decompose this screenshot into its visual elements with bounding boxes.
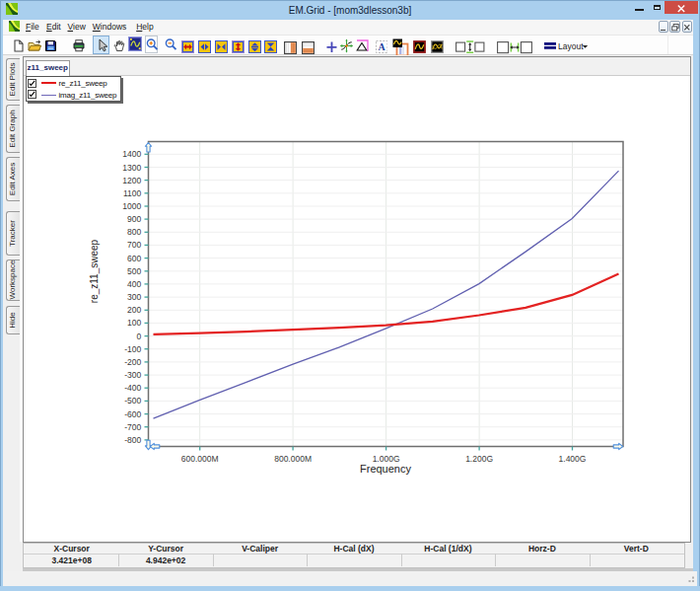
svg-text:-500: -500: [124, 396, 141, 406]
svg-text:-700: -700: [124, 422, 141, 432]
svg-text:0: 0: [136, 332, 141, 341]
svg-text:800: 800: [127, 227, 141, 237]
svg-text:-200: -200: [124, 357, 141, 367]
svg-text:200: 200: [127, 305, 141, 315]
svg-text:1300: 1300: [122, 163, 141, 173]
svg-text:800.000M: 800.000M: [274, 454, 312, 464]
svg-text:1.400G: 1.400G: [559, 454, 587, 464]
svg-text:300: 300: [127, 292, 141, 302]
svg-text:re_z11_sweep: re_z11_sweep: [89, 239, 100, 303]
svg-text:700: 700: [127, 240, 141, 250]
svg-text:-800: -800: [124, 435, 141, 445]
svg-text:900: 900: [127, 214, 141, 224]
svg-text:Frequency: Frequency: [360, 463, 411, 475]
svg-text:600: 600: [127, 254, 141, 263]
svg-text:1200: 1200: [122, 176, 141, 185]
svg-text:600.000M: 600.000M: [181, 454, 219, 464]
svg-text:500: 500: [127, 266, 141, 276]
svg-text:400: 400: [127, 279, 141, 289]
svg-text:1100: 1100: [123, 188, 142, 198]
svg-text:1.200G: 1.200G: [465, 454, 493, 464]
svg-text:-100: -100: [124, 344, 141, 354]
svg-text:-300: -300: [124, 370, 141, 380]
svg-text:-400: -400: [124, 383, 141, 393]
svg-text:100: 100: [127, 318, 141, 328]
svg-text:-600: -600: [124, 409, 141, 419]
svg-text:1000: 1000: [122, 201, 141, 211]
svg-text:1400: 1400: [122, 149, 141, 159]
